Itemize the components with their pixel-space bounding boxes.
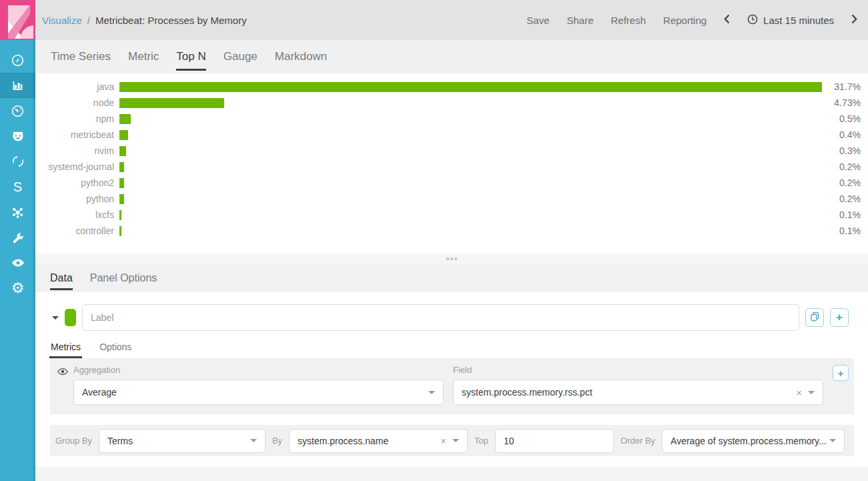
chart-row: java31.7% [39, 79, 861, 95]
chevron-down-icon [829, 439, 836, 446]
add-metric-button[interactable]: + [833, 365, 849, 381]
tab-gauge[interactable]: Gauge [215, 40, 266, 73]
topn-chart: java31.7%node4.73%npm0.5%metricbeat0.4%n… [35, 73, 868, 253]
breadcrumb-visualize-link[interactable]: Visualize [42, 15, 82, 26]
sidebar-item-graph[interactable] [0, 199, 35, 225]
sidebar-item-discover[interactable] [0, 47, 35, 73]
sidebar-item-timelion[interactable] [0, 123, 35, 149]
action-refresh[interactable]: Refresh [611, 15, 646, 26]
page-title: Metricbeat: Processes by Memory [95, 15, 247, 26]
time-range-label: Last 15 minutes [763, 15, 834, 26]
timelion-lion-icon [11, 130, 25, 143]
tab-time-series[interactable]: Time Series [42, 40, 119, 73]
tab-metric[interactable]: Metric [119, 40, 167, 73]
chart-bar[interactable] [119, 226, 121, 236]
chart-category-label: python [39, 193, 114, 204]
time-forward-button[interactable] [851, 14, 857, 26]
chart-bar[interactable] [119, 130, 128, 140]
chart-bar-track [119, 82, 822, 92]
sidebar-item-visualize[interactable] [0, 73, 35, 98]
clock-icon [747, 14, 758, 27]
tab-panel-options[interactable]: Panel Options [81, 264, 166, 292]
discover-compass-icon [11, 54, 24, 67]
sidebar-item-dashboard[interactable] [0, 98, 35, 123]
action-reporting[interactable]: Reporting [663, 15, 707, 26]
plus-icon: + [838, 368, 844, 379]
chevron-down-icon [452, 439, 459, 446]
chart-bar[interactable] [119, 114, 131, 124]
field-group: Field system.process.memory.rss.pct × [453, 365, 823, 405]
sidebar-item-monitoring[interactable] [0, 250, 35, 276]
chart-bar[interactable] [119, 210, 121, 220]
chart-row: lxcfs0.1% [39, 207, 861, 223]
sidebar-item-apm[interactable] [0, 149, 35, 174]
tab-data[interactable]: Data [41, 264, 81, 292]
tab-markdown[interactable]: Markdown [266, 40, 336, 73]
series-tabbar: MetricsOptions [41, 342, 868, 358]
chart-bar[interactable] [119, 178, 124, 188]
chart-category-label: node [39, 97, 114, 108]
chevron-down-icon [250, 439, 257, 446]
chart-category-label: metricbeat [39, 129, 114, 140]
chevron-right-icon [851, 14, 857, 26]
order-by-select[interactable]: Average of system.process.memory... [662, 429, 845, 453]
chart-value-label: 0.2% [826, 177, 861, 188]
chart-bar-track [119, 146, 822, 156]
panel-resize-handle[interactable] [35, 253, 868, 264]
chart-row: python0.2% [39, 191, 861, 207]
aggregation-select[interactable]: Average [73, 380, 444, 405]
management-gear-icon: ⚙ [11, 281, 25, 296]
chart-category-label: java [39, 81, 114, 92]
sidebar-item-s-plugin[interactable]: S [0, 174, 35, 199]
chart-row: metricbeat0.4% [39, 127, 861, 143]
action-save[interactable]: Save [526, 15, 549, 26]
tab-top-n[interactable]: Top N [167, 40, 214, 73]
chart-bar[interactable] [119, 98, 224, 108]
tab-metrics[interactable]: Metrics [49, 342, 82, 358]
chart-row: node4.73% [39, 95, 861, 111]
app-sidebar: S [0, 0, 35, 481]
sidebar-item-management[interactable]: ⚙ [0, 276, 35, 301]
chart-value-label: 0.2% [826, 193, 861, 204]
chart-row: npm0.5% [39, 111, 861, 127]
kibana-logo[interactable] [0, 0, 35, 40]
dev-tools-wrench-icon [11, 231, 24, 244]
chart-category-label: controller [39, 225, 114, 236]
group-by-select[interactable]: Terms [99, 429, 266, 453]
add-series-button[interactable]: + [830, 308, 849, 327]
series-label-input[interactable] [82, 304, 799, 331]
time-picker[interactable]: Last 15 minutes [747, 14, 834, 27]
by-label: By [272, 436, 282, 446]
field-combobox[interactable]: system.process.memory.rss.pct × [453, 380, 823, 405]
tab-options[interactable]: Options [98, 342, 133, 358]
by-field-combobox[interactable]: system.process.name × [289, 429, 468, 453]
time-back-button[interactable] [724, 14, 730, 26]
chart-bar-track [119, 178, 822, 188]
chart-category-label: python2 [39, 177, 114, 188]
chart-bar[interactable] [119, 194, 124, 204]
sidebar-item-dev-tools[interactable] [0, 225, 35, 250]
chart-bar[interactable] [119, 82, 822, 92]
chevron-down-icon [428, 391, 435, 398]
series-color-swatch[interactable] [65, 309, 76, 326]
clear-by-field-icon[interactable]: × [436, 435, 452, 446]
chart-value-label: 4.73% [826, 97, 861, 108]
action-share[interactable]: Share [566, 15, 593, 26]
breadcrumb: Visualize / Metricbeat: Processes by Mem… [42, 15, 247, 26]
editor-tabbar: DataPanel Options [35, 264, 868, 292]
top-header: Visualize / Metricbeat: Processes by Mem… [35, 0, 868, 40]
eye-icon[interactable] [57, 366, 68, 405]
graph-network-icon [11, 206, 24, 219]
chart-bar[interactable] [119, 162, 124, 172]
series-row: + [52, 304, 849, 331]
chart-value-label: 0.3% [826, 145, 861, 156]
clone-series-button[interactable] [805, 308, 824, 327]
clear-field-icon[interactable]: × [792, 387, 808, 398]
caret-down-icon[interactable] [52, 316, 59, 323]
chart-value-label: 0.1% [826, 209, 861, 220]
monitoring-eye-icon [11, 258, 25, 268]
plus-icon: + [836, 312, 843, 323]
top-n-input[interactable] [495, 429, 614, 453]
chart-category-label: npm [39, 113, 114, 124]
chart-bar[interactable] [119, 146, 126, 156]
